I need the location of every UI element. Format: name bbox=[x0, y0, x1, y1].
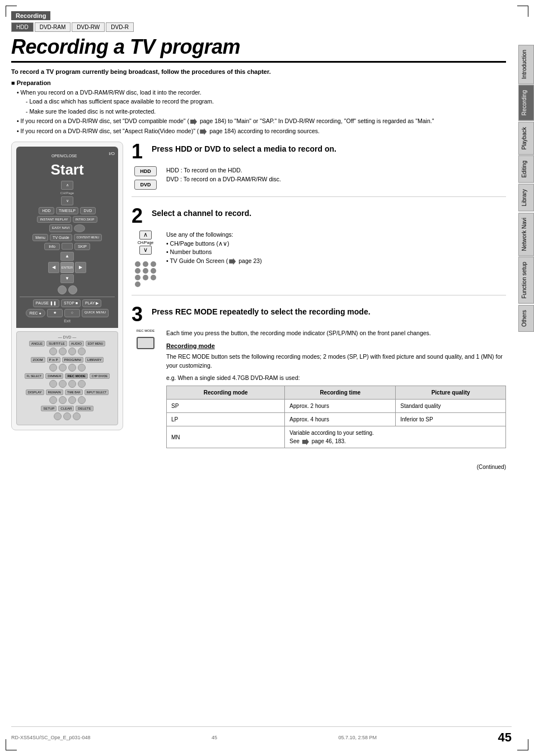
subtitle-circle[interactable] bbox=[59, 348, 67, 355]
section-label: Recording bbox=[11, 11, 50, 20]
tab-playback[interactable]: Playback bbox=[518, 122, 534, 155]
corner-br bbox=[517, 739, 528, 750]
footer: RD-XS54SU/SC_Ope_E_p031-048 45 05.7.10, … bbox=[11, 726, 512, 745]
table-cell-lp-mode: LP bbox=[167, 413, 285, 426]
prog-btn[interactable]: PROG/MNI bbox=[62, 357, 83, 363]
nav-left[interactable]: ◀ bbox=[48, 262, 59, 273]
arrow-icon-2 bbox=[200, 128, 207, 135]
fl-select-btn[interactable]: FL SELECT bbox=[25, 373, 44, 379]
editmenu-circle[interactable] bbox=[78, 348, 86, 355]
skip-btn[interactable]: SKIP bbox=[74, 243, 90, 250]
rec-btn[interactable]: REC ● bbox=[26, 309, 45, 317]
step-2-title: Select a channel to record. bbox=[152, 206, 251, 219]
info-btn[interactable]: Info bbox=[44, 243, 60, 250]
step-3-number: 3 bbox=[132, 304, 147, 325]
tab-recording[interactable]: Recording bbox=[518, 85, 534, 121]
star-btn[interactable]: ★ bbox=[47, 309, 63, 317]
hdd-btn[interactable]: HDD bbox=[39, 207, 54, 214]
ch-up-btn[interactable]: ∧ bbox=[61, 181, 73, 190]
audio-circle[interactable] bbox=[68, 348, 76, 355]
pinp-btn[interactable]: P in P bbox=[47, 357, 60, 363]
main-content: Recording HDD DVD-RAM DVD-RW DVD-R Recor… bbox=[11, 11, 512, 470]
ch-down-btn[interactable]: ∨ bbox=[61, 196, 73, 205]
hdd-icon: HDD bbox=[134, 166, 157, 176]
inputselect-circle[interactable] bbox=[78, 396, 86, 404]
power-label: I/O bbox=[109, 151, 115, 156]
remote-bottom: — DVD — ANGLE SUBTITLE AUDIO EDIT MENU bbox=[16, 331, 118, 425]
library-btn[interactable]: LIBRARY bbox=[85, 357, 104, 363]
angle-btn[interactable]: ANGLE bbox=[29, 341, 45, 346]
media-tab-hdd[interactable]: HDD bbox=[11, 22, 34, 32]
tab-network-navi[interactable]: Network Navi bbox=[518, 213, 534, 256]
tab-others[interactable]: Others bbox=[518, 305, 534, 332]
content-menu-btn[interactable]: CONTENT MENU bbox=[74, 234, 102, 241]
dot-7 bbox=[135, 275, 140, 280]
prep-bullet-2: If you record on a DVD-R/RW disc, set "D… bbox=[17, 117, 506, 126]
media-tab-dvdrw[interactable]: DVD-RW bbox=[72, 22, 105, 32]
page-title: Recording a TV program bbox=[11, 35, 506, 63]
chp-divide-btn[interactable]: CHP DIVIDE bbox=[90, 373, 110, 379]
prog-circle[interactable] bbox=[68, 364, 76, 372]
intro-skip-btn[interactable]: INTRO.SKIP bbox=[73, 216, 97, 223]
input-select-btn[interactable]: INPUT SELECT bbox=[85, 389, 109, 395]
quick-menu-btn[interactable]: QUICK MENU bbox=[82, 309, 109, 317]
step-3-title: Press REC MODE repeatedly to select the … bbox=[152, 304, 371, 318]
dimmer-circle[interactable] bbox=[59, 380, 67, 388]
setup-btn[interactable]: SETUP bbox=[41, 406, 57, 411]
media-tab-dvdram[interactable]: DVD-RAM bbox=[35, 22, 71, 32]
remain-circle[interactable] bbox=[59, 396, 67, 404]
nav-down[interactable]: ▼ bbox=[60, 274, 74, 283]
pinp-circle[interactable] bbox=[59, 364, 67, 372]
step-3: 3 Press REC MODE repeatedly to select th… bbox=[132, 304, 506, 456]
delete-circle[interactable] bbox=[73, 412, 81, 420]
tv-guide-btn[interactable]: TV Guide bbox=[50, 234, 72, 241]
pause-btn[interactable]: PAUSE ❚❚ bbox=[33, 299, 59, 307]
step-2-number: 2 bbox=[132, 206, 147, 226]
tab-function-setup[interactable]: Function setup bbox=[518, 257, 534, 304]
subtitle-btn[interactable]: SUBTITLE bbox=[46, 341, 67, 346]
timebar-circle[interactable] bbox=[68, 396, 76, 404]
audio-btn[interactable]: AUDIO bbox=[69, 341, 84, 346]
display-circle[interactable] bbox=[49, 396, 57, 404]
recmode-circle[interactable] bbox=[68, 380, 76, 388]
circle-btn[interactable]: ○ bbox=[64, 309, 80, 317]
chpdivide-circle[interactable] bbox=[78, 380, 86, 388]
stop-btn[interactable]: STOP ■ bbox=[61, 299, 81, 307]
tab-editing[interactable]: Editing bbox=[518, 156, 534, 183]
continued-label: (Continued) bbox=[132, 464, 506, 470]
nav-right[interactable]: ▶ bbox=[75, 262, 86, 273]
play-btn[interactable]: PLAY ▶ bbox=[82, 299, 101, 307]
step-1-number: 1 bbox=[132, 142, 147, 162]
dimmer-btn[interactable]: DIMMER bbox=[45, 373, 63, 379]
zoom-circle[interactable] bbox=[49, 364, 57, 372]
tab-library[interactable]: Library bbox=[518, 184, 534, 212]
timeslp-btn[interactable]: TIMESLP bbox=[56, 207, 78, 214]
dvd-btn[interactable]: DVD bbox=[80, 207, 96, 214]
tab-introduction[interactable]: Introduction bbox=[518, 45, 534, 84]
angle-circle[interactable] bbox=[49, 348, 57, 355]
rec-mode-btn-remote[interactable]: REC MODE bbox=[65, 373, 87, 379]
enter-btn[interactable]: ENTER bbox=[60, 262, 74, 273]
step-2-text: Use any of the followings: CH/Page butto… bbox=[166, 231, 262, 266]
media-tab-dvdr[interactable]: DVD-R bbox=[106, 22, 134, 32]
step-2-bullet-3: TV Guide On Screen ( page 23) bbox=[166, 257, 262, 266]
flselect-circle[interactable] bbox=[49, 380, 57, 388]
step-1: 1 Press HDD or DVD to select a media to … bbox=[132, 142, 506, 197]
display-btn[interactable]: DISPLAY bbox=[26, 389, 44, 395]
easy-navi-btn[interactable]: EASY NAVI bbox=[49, 224, 72, 232]
library-circle[interactable] bbox=[78, 364, 86, 372]
dot-6 bbox=[151, 268, 156, 274]
arrow-icon-3 bbox=[229, 258, 236, 265]
clear-btn[interactable]: CLEAR bbox=[58, 406, 74, 411]
time-bar-btn[interactable]: TIME BAR bbox=[65, 389, 83, 395]
edit-menu-btn[interactable]: EDIT MENU bbox=[86, 341, 105, 346]
menu-btn[interactable]: Menu bbox=[32, 234, 48, 241]
clear-circle[interactable] bbox=[63, 412, 71, 420]
delete-btn[interactable]: DELETE bbox=[76, 406, 93, 411]
dot-3 bbox=[151, 261, 156, 267]
remain-btn[interactable]: REMAIN bbox=[46, 389, 63, 395]
setup-circle[interactable] bbox=[54, 412, 62, 420]
instant-replay-btn[interactable]: INSTANT REPLAY bbox=[37, 216, 71, 223]
zoom-btn[interactable]: ZOOM bbox=[31, 357, 45, 363]
nav-up[interactable]: ▲ bbox=[60, 252, 74, 261]
